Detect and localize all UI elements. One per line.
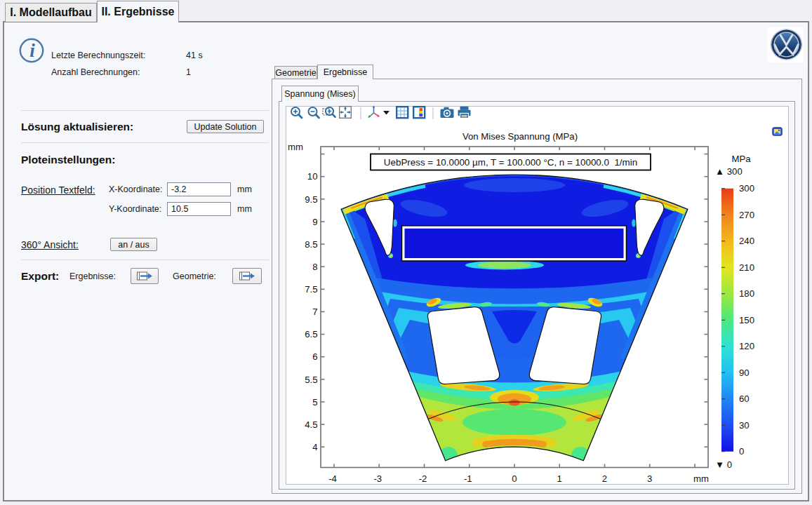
svg-text:120: 120 — [739, 341, 754, 351]
svg-text:5: 5 — [312, 397, 317, 408]
svg-text:90: 90 — [739, 368, 750, 378]
svg-text:60: 60 — [739, 393, 750, 404]
svg-text:4: 4 — [312, 442, 317, 452]
svg-text:0: 0 — [739, 446, 744, 457]
svg-text:240: 240 — [739, 236, 754, 246]
svg-text:-3: -3 — [373, 473, 382, 484]
svg-text:-1: -1 — [464, 473, 472, 484]
svg-text:6: 6 — [312, 351, 317, 362]
svg-text:9: 9 — [312, 217, 317, 227]
svg-text:1: 1 — [557, 473, 562, 484]
svg-text:7: 7 — [312, 307, 317, 317]
svg-text:300: 300 — [739, 183, 754, 194]
svg-text:270: 270 — [739, 210, 754, 220]
svg-text:UebPress = 10.0000 µm, T = 100: UebPress = 10.0000 µm, T = 100.000 °C, n… — [384, 157, 637, 168]
svg-text:8.5: 8.5 — [305, 239, 317, 250]
svg-text:6.5: 6.5 — [305, 329, 317, 339]
svg-text:30: 30 — [739, 420, 750, 431]
svg-text:▲ 300: ▲ 300 — [715, 166, 743, 177]
svg-text:-4: -4 — [328, 473, 337, 484]
svg-text:8: 8 — [312, 262, 317, 272]
svg-text:9.5: 9.5 — [305, 194, 317, 205]
svg-text:MPa: MPa — [731, 154, 751, 164]
svg-text:4.5: 4.5 — [305, 419, 317, 430]
svg-text:10: 10 — [307, 171, 318, 182]
svg-text:i: i — [29, 40, 35, 61]
svg-text:▼ 0: ▼ 0 — [715, 459, 732, 470]
svg-text:210: 210 — [739, 262, 754, 273]
svg-text:7.5: 7.5 — [305, 284, 317, 295]
svg-text:mm: mm — [288, 142, 303, 152]
svg-text:Von Mises Spannung (MPa): Von Mises Spannung (MPa) — [462, 131, 578, 142]
svg-text:5.5: 5.5 — [305, 375, 317, 385]
svg-text:-2: -2 — [419, 473, 427, 484]
svg-text:180: 180 — [739, 288, 754, 299]
svg-text:mm: mm — [693, 473, 709, 484]
svg-text:150: 150 — [739, 315, 754, 325]
svg-text:2: 2 — [602, 473, 607, 484]
svg-text:0: 0 — [512, 473, 517, 484]
svg-text:3: 3 — [647, 473, 652, 484]
